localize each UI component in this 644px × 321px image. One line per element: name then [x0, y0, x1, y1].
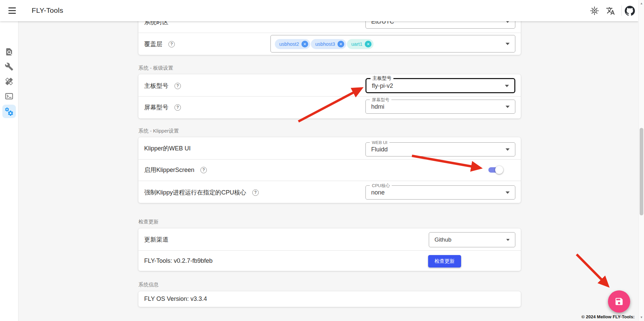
update-channel-select[interactable]: Github — [429, 232, 515, 247]
brightness-icon — [590, 6, 599, 15]
overlay-chip[interactable]: usbhost2 ✕ — [275, 39, 310, 49]
screen-model-field-label: 屏幕型号 — [370, 97, 391, 103]
cpu-core-field-label: CPU核心 — [370, 183, 392, 188]
divider — [138, 250, 521, 251]
app-bar: FLY-Tools — [0, 0, 638, 21]
vertical-scrollbar[interactable]: ▲ ▼ — [638, 0, 644, 321]
divider — [138, 33, 521, 33]
os-version-text: FLY OS Version: v3.3.4 — [144, 295, 207, 302]
wrench-icon — [5, 62, 13, 71]
sidebar-item-log-inspect[interactable] — [2, 45, 16, 59]
sidebar-item-terminal[interactable] — [2, 90, 16, 103]
file-search-icon — [5, 47, 13, 56]
topbar-divider — [621, 5, 622, 16]
terminal-icon — [5, 92, 13, 101]
chevron-down-icon — [506, 191, 510, 194]
klipperscreen-toggle[interactable] — [488, 167, 503, 173]
sidebar-item-settings[interactable] — [2, 105, 16, 118]
check-update-button[interactable]: 检查更新 — [428, 255, 461, 268]
scroll-thumb[interactable] — [640, 128, 643, 215]
gears-icon — [4, 107, 14, 116]
divider — [138, 159, 521, 159]
os-version-row: FLY OS Version: v3.3.4 — [144, 295, 207, 302]
klipperscreen-label: 启用KlipperScreen — [144, 166, 194, 174]
chip-close-icon[interactable]: ✕ — [365, 41, 372, 47]
webui-select[interactable]: WEB UI Fluidd — [365, 142, 515, 156]
healing-icon — [5, 77, 13, 86]
cpu-core-select[interactable]: CPU核心 none — [365, 185, 515, 200]
cpu-core-value: none — [371, 189, 385, 196]
screen-model-select[interactable]: 屏幕型号 hdmi — [365, 100, 515, 114]
board-model-field-label: 主板型号 — [371, 75, 393, 81]
chip-label: usbhost3 — [315, 41, 335, 47]
translate-button[interactable] — [605, 6, 615, 16]
version-text: FLY-Tools: v0.2.7-fb9bfeb — [144, 257, 213, 264]
sidebar-item-tools[interactable] — [2, 60, 16, 73]
save-fab[interactable] — [608, 290, 630, 313]
chevron-down-icon — [506, 239, 510, 241]
webui-row-label: Klipper的WEB UI — [144, 144, 191, 152]
chip-close-icon[interactable]: ✕ — [301, 41, 308, 47]
section-title-update: 检查更新 — [138, 219, 159, 225]
save-icon — [614, 297, 624, 306]
section-title-klipper: 系统 - Klipper设置 — [138, 128, 179, 134]
help-icon[interactable]: ? — [252, 189, 259, 196]
section-title-board: 系统 - 板级设置 — [138, 65, 173, 71]
board-model-select[interactable]: 主板型号 fly-pi-v2 — [365, 78, 515, 93]
webui-field-label: WEB UI — [370, 140, 389, 145]
section-title-sysinfo: 系统信息 — [138, 282, 159, 288]
webui-label: Klipper的WEB UI — [144, 144, 191, 152]
help-icon[interactable]: ? — [174, 104, 181, 111]
screen-model-value: hdmi — [371, 103, 384, 110]
chevron-down-icon — [506, 43, 510, 45]
overlay-row-label: 覆盖层 ? — [144, 40, 175, 48]
cpu-core-label: 强制Klippy进程运行在指定的CPU核心 — [144, 188, 246, 197]
scroll-down-icon[interactable]: ▼ — [639, 315, 644, 320]
channel-row-label: 更新渠道 — [144, 236, 168, 244]
divider — [138, 181, 521, 181]
screen-model-label: 屏幕型号 — [144, 103, 168, 111]
board-model-row-label: 主板型号 ? — [144, 82, 181, 90]
chip-close-icon[interactable]: ✕ — [337, 41, 344, 47]
app-title: FLY-Tools — [32, 6, 63, 14]
webui-value: Fluidd — [371, 146, 388, 153]
card-sysinfo: FLY OS Version: v3.3.4 — [138, 291, 521, 307]
divider — [138, 96, 521, 97]
board-model-label: 主板型号 — [144, 82, 168, 90]
chevron-down-icon — [505, 85, 509, 87]
klipperscreen-row-label: 启用KlipperScreen ? — [144, 166, 207, 174]
help-icon[interactable]: ? — [168, 41, 175, 47]
card-update: 更新渠道 Github FLY-Tools: v0.2.7-fb9bfeb 检查… — [138, 228, 521, 271]
sidebar — [0, 21, 19, 321]
help-icon[interactable]: ? — [174, 83, 181, 89]
menu-button[interactable] — [8, 7, 16, 14]
help-icon[interactable]: ? — [200, 167, 207, 173]
chevron-down-icon — [506, 148, 510, 151]
screen-model-row-label: 屏幕型号 ? — [144, 103, 181, 111]
github-icon — [625, 6, 635, 16]
channel-label: 更新渠道 — [144, 236, 168, 244]
overlay-chip[interactable]: uart1 ✕ — [347, 39, 374, 49]
version-row: FLY-Tools: v0.2.7-fb9bfeb — [144, 257, 213, 264]
board-model-value: fly-pi-v2 — [372, 82, 393, 89]
translate-icon — [606, 6, 615, 15]
chevron-down-icon — [506, 106, 510, 108]
footer-copyright: © 2024 Mellow FLY-Tools: — [581, 314, 635, 319]
chip-label: usbhost2 — [279, 41, 299, 47]
chip-label: uart1 — [351, 41, 362, 47]
overlay-chips-input[interactable]: usbhost2 ✕ usbhost3 ✕ uart1 ✕ — [270, 35, 515, 52]
toggle-thumb — [495, 166, 503, 174]
channel-value: Github — [434, 237, 451, 243]
overlay-label: 覆盖层 — [144, 40, 162, 48]
card-board-settings: 主板型号 ? 主板型号 fly-pi-v2 屏幕型号 ? 屏幕型号 hdmi — [138, 74, 521, 118]
card-klipper-settings: Klipper的WEB UI WEB UI Fluidd 启用KlipperSc… — [138, 137, 521, 203]
scroll-up-icon[interactable]: ▲ — [639, 1, 644, 6]
overlay-chip[interactable]: usbhost3 ✕ — [311, 39, 346, 49]
github-button[interactable] — [625, 6, 635, 16]
sidebar-item-patches[interactable] — [2, 75, 16, 88]
cpu-core-row-label: 强制Klippy进程运行在指定的CPU核心 ? — [144, 188, 259, 197]
theme-toggle-button[interactable] — [589, 6, 600, 16]
fly-tools-screen: { "app_bar": { "title": "FLY-Tools" }, "… — [0, 0, 644, 321]
